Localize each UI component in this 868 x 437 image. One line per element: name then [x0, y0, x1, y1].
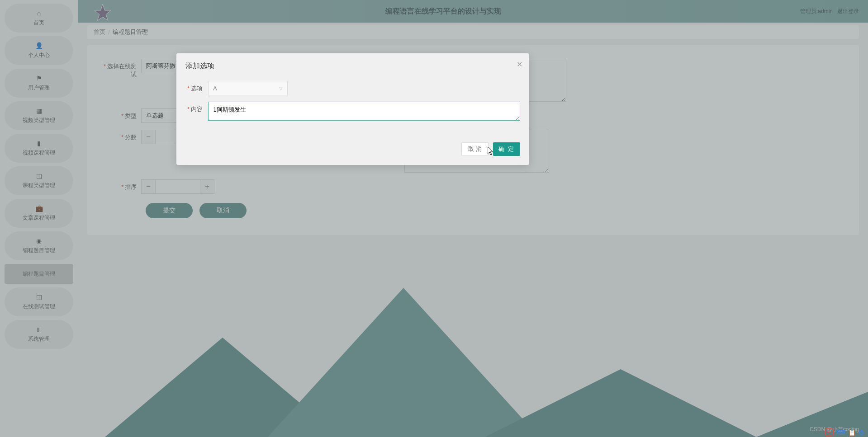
chevron-down-icon: ▽: [279, 86, 283, 91]
option-select-value: A: [213, 85, 217, 92]
taskbar-icon[interactable]: ⌨: [836, 429, 845, 436]
content-label: *内容: [185, 102, 208, 113]
modal-title: 添加选项: [176, 53, 529, 76]
taskbar-icon[interactable]: 📋: [848, 429, 856, 436]
content-textarea[interactable]: 1阿斯顿发生: [208, 102, 520, 121]
add-option-modal: ✕ 添加选项 *选项 A ▽ *内容 1阿斯顿发生 取 消 确 定: [176, 53, 529, 165]
taskbar: 中 ⌨ 📋 ⚙: [825, 428, 864, 436]
modal-cancel-button[interactable]: 取 消: [461, 142, 489, 156]
taskbar-icon[interactable]: ⚙: [859, 429, 864, 436]
option-label: *选项: [185, 81, 208, 93]
close-icon[interactable]: ✕: [517, 60, 522, 69]
modal-ok-button[interactable]: 确 定: [493, 142, 520, 156]
option-select[interactable]: A ▽: [208, 81, 288, 95]
ime-indicator[interactable]: 中: [825, 428, 834, 436]
